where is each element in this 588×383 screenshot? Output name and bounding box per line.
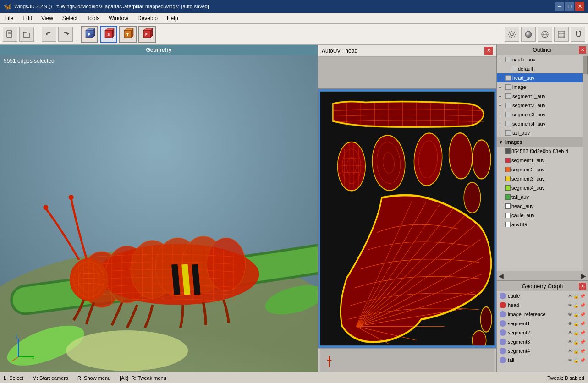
geograph-item-image-reference[interactable]: image_reference 👁 🔒 📌 [497,310,588,319]
visibility-icon[interactable]: 👁 [568,330,572,335]
lock-icon[interactable]: 🔒 [573,294,579,299]
new-button[interactable] [3,27,17,42]
list-item[interactable]: 854583-f0d2e0bb-83eb-4 [497,147,583,156]
pin-icon[interactable]: 📌 [580,303,585,308]
viewport-canvas[interactable]: 5551 edges selected x y [0,55,318,372]
list-item[interactable]: default [497,64,583,73]
lock-icon[interactable]: 🔒 [573,339,579,345]
geograph-item-tail[interactable]: tail 👁 🔒 📌 [497,356,588,365]
item-label: segment1_auv [511,158,581,163]
scroll-thumb[interactable] [583,56,588,74]
settings-button[interactable] [505,27,519,42]
list-item[interactable]: segment4_auv [497,183,583,192]
lock-icon[interactable]: 🔒 [573,321,579,326]
geograph-item-segment4[interactable]: segment4 👁 🔒 📌 [497,346,588,356]
geograph-item-segment1[interactable]: segment1 👁 🔒 📌 [497,319,588,328]
outliner-scrollbar[interactable] [583,55,588,271]
pin-icon[interactable]: 📌 [580,358,585,363]
pin-icon[interactable]: 📌 [580,321,585,326]
menu-tools[interactable]: Tools [82,14,104,22]
item-label: segment1_auv [512,93,581,99]
view-front-button[interactable]: F [81,26,98,43]
view-top-button[interactable]: T [119,26,137,43]
autouv-main-viewport[interactable] [318,89,496,348]
menu-view[interactable]: View [37,14,58,22]
visibility-icon[interactable]: 👁 [568,358,572,363]
visibility-icon[interactable]: 👁 [568,303,572,308]
outliner-close-button[interactable]: ✕ [579,46,586,54]
list-item[interactable]: auvBG [497,220,583,229]
close-button[interactable]: ✕ [575,2,584,11]
list-item[interactable]: segment2_auv [497,165,583,174]
lock-icon[interactable]: 🔒 [573,312,579,317]
menu-edit[interactable]: Edit [18,14,37,22]
open-button[interactable] [19,27,34,42]
shade-mode-button[interactable] [521,27,536,42]
magnet-button[interactable] [571,27,585,42]
nav-left-arrow[interactable]: ◀ [499,272,504,279]
geograph-item-caule[interactable]: caule 👁 🔒 📌 [497,291,588,301]
geograph-item-segment3[interactable]: segment3 👁 🔒 📌 [497,337,588,346]
item-label: image_reference [508,312,566,317]
lock-icon[interactable]: 🔒 [573,358,579,363]
list-item[interactable]: caule_auv [497,211,583,220]
redo-button[interactable] [58,27,73,42]
autouv-bottom-strip[interactable] [318,348,496,372]
menu-window[interactable]: Window [104,14,133,22]
visibility-icon[interactable]: 👁 [568,339,572,345]
undo-button[interactable] [42,27,56,42]
visibility-icon[interactable]: 👁 [568,321,572,326]
object-icon [500,293,506,299]
menu-develop[interactable]: Develop [133,14,162,22]
list-item[interactable]: + caule_auv [497,55,583,64]
item-label: caule [508,293,566,299]
pin-icon[interactable]: 📌 [580,349,585,354]
geograph-list[interactable]: caule 👁 🔒 📌 head 👁 🔒 📌 [497,291,588,372]
visibility-icon[interactable]: 👁 [568,294,572,299]
list-item[interactable]: + segment4_auv [497,119,583,128]
menu-file[interactable]: File [0,14,18,22]
grid-button[interactable] [554,27,569,42]
view-side-button[interactable]: S [100,26,117,43]
list-item[interactable]: tail_auv [497,192,583,202]
folder-icon [505,112,511,117]
list-item[interactable]: + segment3_auv [497,110,583,119]
lock-icon[interactable]: 🔒 [573,303,579,308]
list-item[interactable]: + head_auv [497,73,583,82]
list-item[interactable]: segment1_auv [497,156,583,165]
wire-mode-button[interactable] [538,27,552,42]
menu-help[interactable]: Help [162,14,183,22]
object-icon [500,348,506,354]
minimize-button[interactable]: ─ [555,2,564,11]
list-item[interactable]: head_auv [497,202,583,211]
image-color-icon [505,176,511,181]
visibility-icon[interactable]: 👁 [568,349,572,354]
list-item[interactable]: + segment1_auv [497,92,583,101]
3d-viewport[interactable]: Geometry [0,45,318,372]
item-label: caule_auv [511,213,581,218]
geograph-item-head[interactable]: head 👁 🔒 📌 [497,301,588,310]
menu-select[interactable]: Select [58,14,82,22]
pin-icon[interactable]: 📌 [580,294,585,299]
list-item[interactable]: + tail_auv [497,128,583,137]
autouv-close-button[interactable]: ✕ [484,47,493,55]
list-item[interactable]: + image [497,82,583,92]
list-item[interactable]: + segment2_auv [497,101,583,110]
geograph-close-button[interactable]: ✕ [579,283,586,290]
view-perspective-button[interactable]: P [138,26,156,43]
pin-icon[interactable]: 📌 [580,330,585,335]
geograph-item-segment2[interactable]: segment2 👁 🔒 📌 [497,328,588,337]
window-controls: ─ □ ✕ [555,2,584,11]
geograph-header: Geometry Graph ✕ [497,281,588,291]
pin-icon[interactable]: 📌 [580,339,585,345]
pin-icon[interactable]: 📌 [580,312,585,317]
visibility-icon[interactable]: 👁 [568,312,572,317]
image-color-icon [505,222,511,227]
maximize-button[interactable]: □ [565,2,574,11]
autouv-top-area[interactable] [318,57,496,89]
nav-right-arrow[interactable]: ▶ [581,272,586,279]
lock-icon[interactable]: 🔒 [573,330,579,335]
list-item[interactable]: segment3_auv [497,174,583,183]
outliner-list[interactable]: + caule_auv default + head_auv [497,55,583,271]
lock-icon[interactable]: 🔒 [573,349,579,354]
